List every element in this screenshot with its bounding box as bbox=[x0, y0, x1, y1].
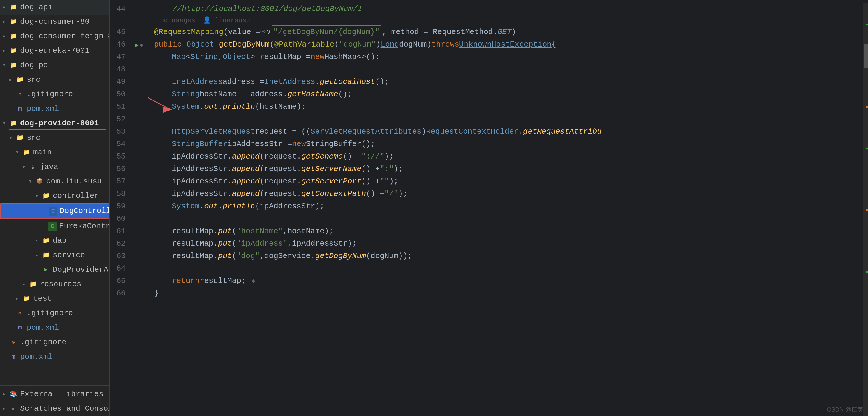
bookmark-icon-65: ◆ bbox=[252, 276, 255, 286]
sidebar-item-label: Scratches and Consoles bbox=[20, 403, 110, 415]
line-num-usage bbox=[110, 16, 126, 26]
arrow-icon bbox=[2, 18, 8, 26]
sidebar-item-test[interactable]: test bbox=[0, 292, 109, 306]
sidebar-item-label: dog-consumer-80 bbox=[20, 16, 90, 28]
gutter-61 bbox=[130, 225, 148, 238]
line-numbers: 44 45 46 47 48 49 50 51 52 53 54 55 56 5… bbox=[110, 3, 130, 416]
sidebar-item-DogController[interactable]: C DogController bbox=[0, 203, 109, 219]
scrollbar-mark-orange-2 bbox=[866, 209, 868, 211]
sidebar-item-EurekaController[interactable]: C EurekaController bbox=[0, 219, 109, 234]
sidebar-item-dog-api[interactable]: dog-api bbox=[0, 0, 109, 14]
sidebar-item-dog-provider-8001[interactable]: dog-provider-8001 bbox=[0, 116, 109, 131]
arrow-icon bbox=[2, 3, 8, 12]
pom-icon: m bbox=[9, 353, 18, 361]
sidebar-item-scratches[interactable]: ✏ Scratches and Consoles bbox=[0, 402, 109, 416]
sidebar-item-src[interactable]: src bbox=[0, 131, 109, 145]
value-highlight: "/getDogByNum/{dogNum}" bbox=[272, 26, 381, 39]
folder-icon bbox=[9, 18, 18, 26]
code-lines: //http://localhost:8001/dog/getDogByNum/… bbox=[148, 3, 863, 416]
sidebar-item-dog-po-src[interactable]: src bbox=[0, 72, 109, 87]
sidebar-item-dog-po-gitignore[interactable]: .gitignore bbox=[0, 87, 109, 101]
arrow-icon bbox=[16, 295, 21, 303]
code-line-56: ipAddressStr.append(request.getServerNam… bbox=[154, 163, 863, 175]
no-usages-text: no usages bbox=[160, 16, 203, 26]
sidebar-item-service[interactable]: service bbox=[0, 248, 109, 263]
gutter-55 bbox=[130, 150, 148, 163]
code-line-45: @RequestMapping(value = 👁∨"/getDogByNum/… bbox=[154, 26, 863, 38]
arrow-icon bbox=[2, 61, 8, 70]
run-icon[interactable]: ▶ bbox=[135, 41, 138, 49]
code-editor: 44 45 46 47 48 49 50 51 52 53 54 55 56 5… bbox=[110, 0, 868, 416]
comment-text: //http://localhost:8001/dog/getDogByNum/… bbox=[154, 3, 362, 16]
sidebar-item-provider-pom[interactable]: m pom.xml bbox=[0, 321, 109, 335]
sidebar-item-dog-consumer-feign-80[interactable]: dog-consumer-feign-80 bbox=[0, 29, 109, 43]
folder-icon bbox=[16, 133, 24, 143]
sidebar-item-dao[interactable]: dao bbox=[0, 234, 109, 248]
arrow-icon bbox=[2, 390, 8, 399]
gutter-45 bbox=[130, 26, 148, 38]
url-link[interactable]: http://localhost:8001/dog/getDogByNum/1 bbox=[182, 4, 362, 13]
line-num-49: 49 bbox=[110, 76, 126, 88]
sidebar-item-label: main bbox=[33, 147, 52, 158]
scroll-thumb[interactable] bbox=[864, 44, 868, 68]
code-line-52 bbox=[154, 113, 863, 126]
sidebar-item-root-pom[interactable]: m pom.xml bbox=[0, 350, 109, 364]
sidebar-item-label: DogProviderApp8001 bbox=[53, 264, 110, 275]
gutter-59 bbox=[130, 200, 148, 213]
sidebar-item-root-gitignore[interactable]: .gitignore bbox=[0, 335, 109, 350]
line-num-54: 54 bbox=[110, 138, 126, 150]
folder-icon bbox=[9, 61, 18, 70]
sidebar-item-provider-gitignore[interactable]: .gitignore bbox=[0, 306, 109, 321]
sidebar-item-label: test bbox=[33, 293, 52, 305]
sidebar-item-dog-po-pom[interactable]: m pom.xml bbox=[0, 101, 109, 116]
folder-icon bbox=[9, 119, 18, 128]
app-icon: ▶ bbox=[41, 266, 50, 274]
gutter-53 bbox=[130, 126, 148, 138]
code-line-60 bbox=[154, 213, 863, 225]
folder-icon bbox=[41, 192, 50, 201]
code-line-59: System.out.println(ipAddressStr); bbox=[154, 200, 863, 213]
scrollbar-mark-green-3 bbox=[866, 271, 868, 273]
sidebar-bottom: 📚 External Libraries ✏ Scratches and Con… bbox=[0, 385, 109, 416]
sidebar-item-dog-consumer-80[interactable]: dog-consumer-80 bbox=[0, 14, 109, 29]
sidebar-item-resources[interactable]: resources bbox=[0, 277, 109, 292]
scratch-icon: ✏ bbox=[9, 405, 18, 413]
arrow-icon bbox=[2, 47, 8, 55]
gutter-49 bbox=[130, 76, 148, 88]
gitignore-icon bbox=[16, 309, 24, 318]
sidebar-item-controller[interactable]: controller bbox=[0, 189, 109, 203]
sidebar-item-com-liu-susu[interactable]: 📦 com.liu.susu bbox=[0, 174, 109, 189]
sidebar-item-label: java bbox=[40, 161, 58, 173]
arrow-icon bbox=[28, 177, 34, 186]
line-num-58: 58 bbox=[110, 188, 126, 200]
code-line-53: HttpServletRequest request = ((ServletRe… bbox=[154, 126, 863, 138]
gutter-64 bbox=[130, 263, 148, 275]
sidebar-item-DogProviderApp8001[interactable]: ▶ DogProviderApp8001 bbox=[0, 263, 109, 277]
gutter-63 bbox=[130, 250, 148, 263]
gitignore-icon bbox=[16, 90, 24, 99]
sidebar-item-java[interactable]: ☕ java bbox=[0, 160, 109, 174]
line-num-44: 44 bbox=[110, 3, 126, 16]
code-line-57: ipAddressStr.append(request.getServerPor… bbox=[154, 175, 863, 188]
sidebar-item-label: resources bbox=[40, 278, 81, 290]
gutter-62 bbox=[130, 238, 148, 250]
java-icon: ☕ bbox=[28, 163, 37, 172]
gutter-usage bbox=[130, 16, 148, 26]
pom-icon: m bbox=[16, 324, 24, 332]
sidebar-item-label: service bbox=[53, 249, 85, 261]
code-line-64 bbox=[154, 263, 863, 275]
gutter-44 bbox=[130, 3, 148, 16]
sidebar-item-dog-eureka-7001[interactable]: dog-eureka-7001 bbox=[0, 43, 109, 58]
arrow-icon bbox=[22, 280, 28, 289]
sidebar-item-dog-po[interactable]: dog-po bbox=[0, 58, 109, 72]
sidebar-item-main[interactable]: main bbox=[0, 145, 109, 160]
gutter-48 bbox=[130, 63, 148, 76]
scrollbar[interactable] bbox=[863, 3, 868, 416]
eye-icon: 👁 bbox=[260, 28, 266, 37]
sidebar-item-external-libraries[interactable]: 📚 External Libraries bbox=[0, 387, 109, 402]
sidebar-item-label: dog-consumer-feign-80 bbox=[20, 31, 110, 42]
line-num-61: 61 bbox=[110, 225, 126, 238]
underline-decoration bbox=[9, 129, 106, 130]
line-num-64: 64 bbox=[110, 263, 126, 275]
line-num-57: 57 bbox=[110, 175, 126, 188]
